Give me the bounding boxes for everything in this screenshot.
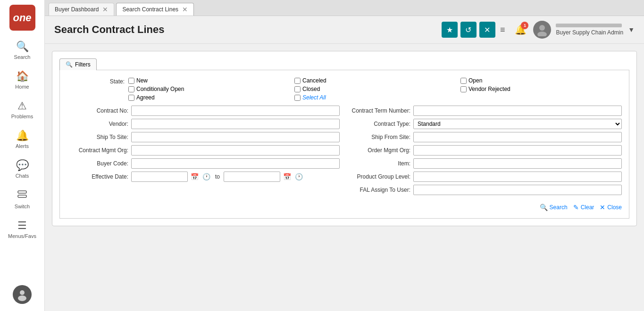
refresh-button[interactable]: ↺ bbox=[460, 22, 477, 38]
checkbox-select-all-input[interactable] bbox=[294, 95, 301, 101]
menu-button[interactable]: ≡ bbox=[500, 25, 505, 35]
checkbox-closed-input[interactable] bbox=[294, 86, 301, 92]
checkbox-closed[interactable]: Closed bbox=[294, 86, 456, 92]
clear-label: Clear bbox=[581, 204, 594, 211]
tabs-bar: Buyer Dashboard ✕ Search Contract Lines … bbox=[45, 0, 644, 16]
svg-point-4 bbox=[539, 25, 545, 31]
sidebar-label-switch: Switch bbox=[15, 204, 30, 209]
user-dropdown-arrow[interactable]: ▼ bbox=[628, 26, 635, 33]
sidebar-item-chats[interactable]: 💬 Chats bbox=[0, 156, 44, 181]
calendar-from-button[interactable]: 📅 bbox=[190, 173, 200, 180]
input-effective-date-to[interactable] bbox=[224, 172, 280, 182]
refresh-icon: ↺ bbox=[465, 25, 471, 34]
input-product-group-level[interactable] bbox=[413, 172, 622, 182]
search-footer-icon: 🔍 bbox=[540, 204, 548, 211]
checkbox-vendor-rejected[interactable]: Vendor Rejected bbox=[460, 86, 622, 92]
search-icon: 🔍 bbox=[16, 41, 29, 53]
svg-point-3 bbox=[18, 295, 26, 301]
field-row-vendor: Vendor: bbox=[67, 119, 340, 129]
user-name-bar bbox=[556, 24, 622, 27]
checkbox-new-input[interactable] bbox=[128, 78, 134, 84]
checkbox-agreed[interactable]: Agreed bbox=[128, 94, 290, 101]
checkbox-agreed-input[interactable] bbox=[128, 95, 134, 101]
checkbox-conditionally-open[interactable]: Conditionally Open bbox=[128, 86, 290, 92]
field-row-item: Item: bbox=[349, 158, 622, 169]
input-contract-no[interactable] bbox=[131, 106, 340, 116]
sidebar-item-problems[interactable]: ⚠ Problems bbox=[0, 97, 44, 122]
search-label: Search bbox=[550, 204, 568, 211]
bottom-avatar[interactable] bbox=[13, 285, 32, 304]
favorite-button[interactable]: ★ bbox=[442, 22, 458, 38]
label-product-group-level: Product Group Level: bbox=[349, 173, 410, 180]
sidebar-label-problems: Problems bbox=[11, 114, 33, 119]
input-contract-term-number[interactable] bbox=[413, 106, 622, 116]
input-contract-mgmt-org[interactable] bbox=[131, 145, 340, 156]
input-ship-from-site[interactable] bbox=[413, 132, 622, 142]
input-buyer-code[interactable] bbox=[131, 158, 340, 169]
sidebar-item-switch[interactable]: Switch bbox=[0, 186, 44, 212]
sidebar-label-search: Search bbox=[14, 54, 31, 60]
checkbox-new[interactable]: New bbox=[128, 77, 290, 84]
input-effective-date-from[interactable] bbox=[131, 172, 188, 182]
tab-label-search-contract-lines: Search Contract Lines bbox=[122, 6, 178, 13]
svg-rect-1 bbox=[18, 195, 26, 197]
sidebar-item-alerts[interactable]: 🔔 Alerts bbox=[0, 127, 44, 152]
page-header: Search Contract Lines ★ ↺ ✕ ≡ 🔔 1 bbox=[45, 16, 644, 44]
checkbox-select-all[interactable]: Select All bbox=[294, 94, 456, 101]
tab-search-contract-lines[interactable]: Search Contract Lines ✕ bbox=[116, 3, 194, 16]
label-contract-term-number: Contract Term Number: bbox=[349, 107, 410, 114]
left-fields: Contract No: Vendor: Ship To Site: bbox=[67, 106, 340, 198]
content-area: 🔍 Filters State: New Canceled bbox=[45, 44, 644, 311]
fields-grid: Contract No: Vendor: Ship To Site: bbox=[67, 106, 622, 198]
clock-from-button[interactable]: 🕐 bbox=[201, 173, 211, 180]
tab-close-buyer-dashboard[interactable]: ✕ bbox=[102, 6, 108, 13]
input-vendor[interactable] bbox=[131, 119, 340, 129]
state-label: State: bbox=[67, 77, 128, 85]
checkbox-open[interactable]: Open bbox=[460, 77, 622, 84]
sidebar-item-home[interactable]: 🏠 Home bbox=[0, 67, 44, 92]
panel-footer: 🔍 Search ✎ Clear ✕ Close bbox=[67, 204, 622, 211]
search-button[interactable]: 🔍 Search bbox=[540, 204, 568, 211]
sidebar-bottom-avatar[interactable] bbox=[13, 285, 32, 304]
close-icon: ✕ bbox=[600, 204, 605, 211]
checkbox-canceled[interactable]: Canceled bbox=[294, 77, 456, 84]
clear-button[interactable]: ✎ Clear bbox=[573, 204, 594, 211]
label-ship-to-site: Ship To Site: bbox=[67, 134, 128, 140]
label-fal-assign-to-user: FAL Assign To User: bbox=[349, 187, 410, 193]
filters-tab[interactable]: 🔍 Filters bbox=[59, 58, 97, 70]
checkbox-vendor-rejected-input[interactable] bbox=[460, 86, 467, 92]
tab-buyer-dashboard[interactable]: Buyer Dashboard ✕ bbox=[49, 3, 114, 16]
sidebar: one 🔍 Search 🏠 Home ⚠ Problems 🔔 Alerts … bbox=[0, 0, 45, 311]
date-range: 📅 🕐 to 📅 🕐 bbox=[131, 172, 304, 182]
close-button[interactable]: ✕ Close bbox=[600, 204, 622, 211]
app-logo[interactable]: one bbox=[9, 5, 35, 31]
star-icon: ★ bbox=[446, 25, 453, 34]
field-row-ship-to-site: Ship To Site: bbox=[67, 132, 340, 142]
field-row-effective-date: Effective Date: 📅 🕐 to 📅 🕐 bbox=[67, 172, 340, 182]
label-vendor: Vendor: bbox=[67, 121, 128, 127]
sidebar-label-menus-favs: Menus/Favs bbox=[8, 233, 36, 239]
calendar-to-button[interactable]: 📅 bbox=[282, 173, 292, 180]
input-ship-to-site[interactable] bbox=[131, 132, 340, 142]
input-item[interactable] bbox=[413, 158, 622, 169]
select-contract-type[interactable]: Standard Blanket Contract bbox=[413, 119, 622, 129]
sidebar-item-search[interactable]: 🔍 Search bbox=[0, 38, 44, 63]
checkbox-canceled-input[interactable] bbox=[294, 78, 301, 84]
close-page-button[interactable]: ✕ bbox=[479, 22, 495, 38]
tab-close-search-contract-lines[interactable]: ✕ bbox=[182, 6, 188, 13]
select-all-link[interactable]: Select All bbox=[302, 94, 326, 101]
logo-text: one bbox=[13, 12, 31, 24]
clock-to-button[interactable]: 🕐 bbox=[294, 173, 304, 180]
label-contract-no: Contract No: bbox=[67, 107, 128, 114]
input-fal-assign-to-user[interactable] bbox=[413, 185, 622, 195]
checkbox-open-input[interactable] bbox=[460, 78, 467, 84]
checkbox-conditionally-open-input[interactable] bbox=[128, 86, 134, 92]
main-content: Buyer Dashboard ✕ Search Contract Lines … bbox=[45, 0, 644, 311]
checkbox-closed-label: Closed bbox=[302, 86, 320, 92]
user-avatar[interactable] bbox=[533, 21, 551, 39]
notification-bell[interactable]: 🔔 1 bbox=[512, 22, 528, 38]
sidebar-item-menus-favs[interactable]: ☰ Menus/Favs bbox=[0, 217, 44, 242]
field-row-product-group-level: Product Group Level: bbox=[349, 172, 622, 182]
sidebar-label-chats: Chats bbox=[16, 173, 29, 179]
input-order-mgmt-org[interactable] bbox=[413, 145, 622, 156]
